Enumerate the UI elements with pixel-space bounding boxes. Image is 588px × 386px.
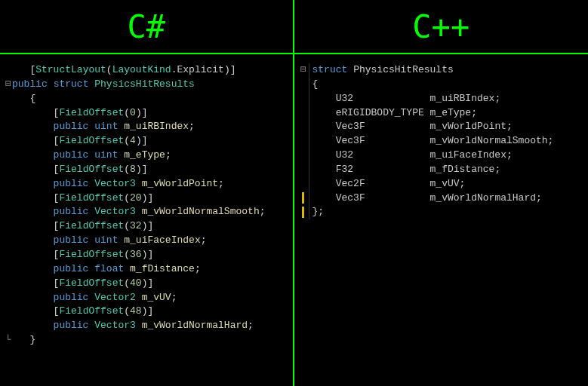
brace-close: } [29, 334, 35, 345]
code-line: { [299, 78, 584, 92]
code-line: ⊟struct PhysicsHitResults [299, 63, 584, 78]
kw-struct: struct [54, 78, 89, 90]
code-line: [FieldOffset(4)] [5, 134, 288, 149]
fold-end-icon: └ [5, 333, 12, 348]
cpp-header: C++ [294, 0, 589, 54]
code-line: U32 m_uiFaceIndex; [299, 149, 584, 163]
code-line: public Vector3 m_vWorldNormalSmooth; [5, 205, 288, 219]
code-line: public uint m_uiRBIndex; [5, 120, 288, 134]
code-line: public uint m_uiFaceIndex; [5, 234, 288, 248]
code-line: Vec3F m_vWorldPoint; [299, 120, 584, 134]
csharp-code: [StructLayout(LayoutKind.Explicit)] ⊟pub… [0, 54, 293, 357]
code-line: public Vector2 m_vUV; [5, 291, 288, 305]
cpp-pane: C++ ⊟struct PhysicsHitResults { U32 m_ui… [294, 0, 589, 386]
brace-open: { [29, 93, 35, 104]
fold-icon[interactable]: ⊟ [299, 63, 309, 78]
kw-struct: struct [312, 64, 348, 75]
code-line: [FieldOffset(48)] [5, 305, 288, 319]
attr-layoutkind: LayoutKind [112, 64, 171, 75]
brace-open: { [312, 78, 319, 90]
cpp-title: C++ [412, 8, 469, 45]
code-line: └ } [5, 333, 288, 348]
code-line: [FieldOffset(20)] [5, 191, 288, 206]
comparison-container: C# [StructLayout(LayoutKind.Explicit)] ⊟… [0, 0, 588, 386]
struct-name: PhysicsHitResults [94, 78, 195, 90]
code-line: eRIGIDBODY_TYPE m_eType; [299, 106, 584, 121]
fold-icon[interactable]: ⊟ [5, 78, 12, 92]
fold-end-icon [299, 205, 309, 219]
code-line: }; [299, 205, 584, 219]
csharp-header: C# [0, 0, 293, 54]
csharp-title: C# [127, 8, 165, 45]
code-line: Vec3F m_vWorldNormalHard; [299, 191, 584, 206]
code-line: public uint m_eType; [5, 149, 288, 163]
code-line: U32 m_uiRBIndex; [299, 92, 584, 106]
code-line: public Vector3 m_vWorldPoint; [5, 177, 288, 191]
code-line: Vec3F m_vWorldNormalSmooth; [299, 134, 584, 149]
attr-explicit: Explicit [177, 64, 223, 75]
code-line: public Vector3 m_vWorldNormalHard; [5, 319, 288, 333]
kw-public: public [12, 78, 48, 90]
code-line: [FieldOffset(8)] [5, 163, 288, 177]
struct-name: PhysicsHitResults [353, 64, 454, 75]
code-line: { [5, 92, 288, 106]
cpp-code: ⊟struct PhysicsHitResults { U32 m_uiRBIn… [294, 54, 589, 228]
code-line: [FieldOffset(40)] [5, 277, 288, 291]
code-line: [FieldOffset(0)] [5, 106, 288, 121]
code-line: Vec2F m_vUV; [299, 177, 584, 191]
code-line: F32 m_fDistance; [299, 163, 584, 177]
code-line: ⊟public struct PhysicsHitResults [5, 78, 288, 92]
brace-close: }; [312, 206, 325, 217]
attr-structlayout: StructLayout [35, 64, 106, 75]
code-line: public float m_fDistance; [5, 262, 288, 277]
csharp-pane: C# [StructLayout(LayoutKind.Explicit)] ⊟… [0, 0, 294, 386]
code-line: [StructLayout(LayoutKind.Explicit)] [5, 63, 288, 78]
code-line: [FieldOffset(32)] [5, 219, 288, 234]
code-line: [FieldOffset(36)] [5, 248, 288, 262]
